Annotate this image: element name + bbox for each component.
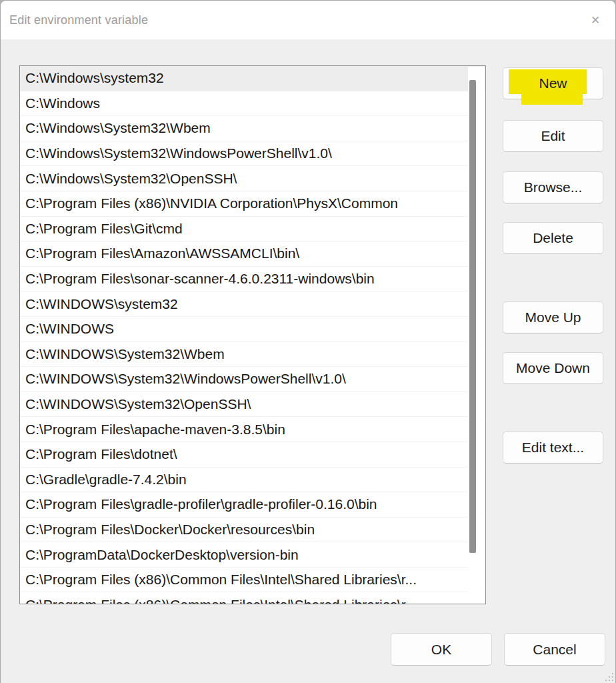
browse-button[interactable]: Browse... xyxy=(503,171,603,203)
delete-button[interactable]: Delete xyxy=(503,222,603,254)
list-item[interactable]: C:\Program Files\Amazon\AWSSAMCLI\bin\ xyxy=(20,241,485,267)
highlight-annotation xyxy=(521,93,583,105)
list-item[interactable]: C:\Program Files\Docker\Docker\resources… xyxy=(20,518,485,543)
list-item[interactable]: C:\Windows\System32\Wbem xyxy=(20,116,485,141)
path-listbox: C:\Windows\system32 C:\Windows C:\Window… xyxy=(19,65,486,604)
move-down-button[interactable]: Move Down xyxy=(503,352,603,384)
resize-grip-icon[interactable] xyxy=(601,669,613,681)
browse-button-label: Browse... xyxy=(524,179,583,195)
move-down-button-label: Move Down xyxy=(516,360,590,376)
list-item[interactable]: C:\Program Files\gradle-profiler\gradle-… xyxy=(20,492,485,518)
list-item[interactable]: C:\WINDOWS\System32\OpenSSH\ xyxy=(20,392,485,418)
list-item[interactable]: C:\Program Files (x86)\NVIDIA Corporatio… xyxy=(20,191,485,217)
new-button[interactable]: New xyxy=(503,67,603,99)
cancel-button-label: Cancel xyxy=(533,642,576,658)
edit-text-button-label: Edit text... xyxy=(522,440,584,456)
ok-button-label: OK xyxy=(431,642,451,658)
move-up-button-label: Move Up xyxy=(525,309,581,325)
list-item[interactable]: C:\WINDOWS\System32\Wbem xyxy=(20,342,485,368)
edit-text-button[interactable]: Edit text... xyxy=(503,432,603,464)
list-item[interactable]: C:\ProgramData\DockerDesktop\version-bin xyxy=(20,542,485,568)
edit-environment-variable-dialog: Edit environment variable ✕ C:\Windows\s… xyxy=(0,0,616,683)
list-item[interactable]: C:\WINDOWS\system32 xyxy=(20,291,485,317)
close-icon: ✕ xyxy=(591,15,600,26)
list-item[interactable]: C:\Windows\System32\WindowsPowerShell\v1… xyxy=(20,141,485,167)
ok-button[interactable]: OK xyxy=(391,633,492,666)
window-title: Edit environment variable xyxy=(9,1,148,39)
close-button[interactable]: ✕ xyxy=(581,5,610,35)
edit-button[interactable]: Edit xyxy=(503,120,603,152)
list-item[interactable]: C:\Program Files\sonar-scanner-4.6.0.231… xyxy=(20,267,485,292)
cancel-button[interactable]: Cancel xyxy=(504,633,605,666)
list-item[interactable]: C:\Program Files (x86)\Common Files\Inte… xyxy=(20,592,485,604)
vertical-scrollbar-thumb[interactable] xyxy=(469,80,476,553)
delete-button-label: Delete xyxy=(533,230,573,246)
title-bar: Edit environment variable ✕ xyxy=(1,1,615,39)
list-item[interactable]: C:\Program Files\dotnet\ xyxy=(20,442,485,468)
new-button-label: New xyxy=(539,75,567,91)
list-item[interactable]: C:\Program Files (x86)\Common Files\Inte… xyxy=(20,568,485,593)
list-item[interactable]: C:\WINDOWS\System32\WindowsPowerShell\v1… xyxy=(20,367,485,392)
list-item[interactable]: C:\Windows xyxy=(20,91,485,117)
list-item[interactable]: C:\Windows\system32 xyxy=(20,66,485,91)
move-up-button[interactable]: Move Up xyxy=(503,301,603,333)
vertical-scrollbar-track[interactable] xyxy=(468,67,485,603)
list-item[interactable]: C:\Gradle\gradle-7.4.2\bin xyxy=(20,468,485,493)
list-item[interactable]: C:\Windows\System32\OpenSSH\ xyxy=(20,166,485,191)
edit-button-label: Edit xyxy=(541,128,565,144)
list-item[interactable]: C:\WINDOWS xyxy=(20,317,485,342)
list-item[interactable]: C:\Program Files\Git\cmd xyxy=(20,217,485,242)
list-item[interactable]: C:\Program Files\apache-maven-3.8.5\bin xyxy=(20,417,485,442)
